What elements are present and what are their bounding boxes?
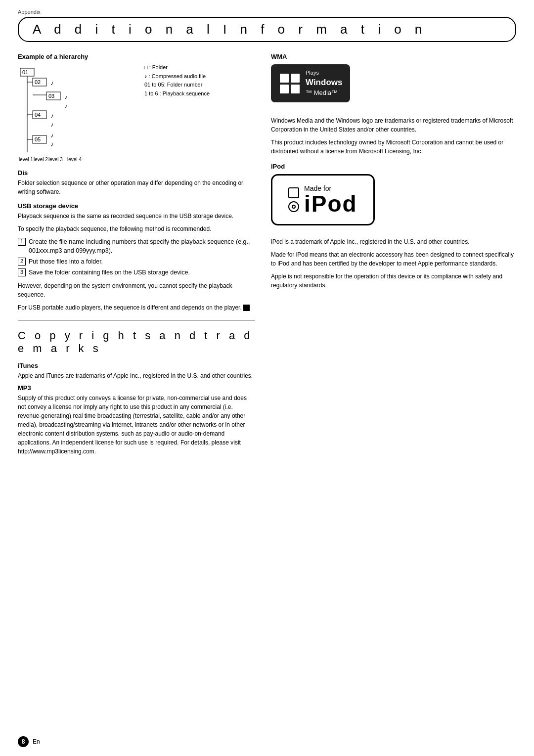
wma-section: WMA Plays Windows (271, 53, 516, 156)
svg-text:05: 05 (35, 136, 41, 142)
wma-badge-text: Plays Windows ™ Media™ (306, 69, 342, 97)
main-columns: Example of a hierarchy 01 02 (18, 53, 516, 460)
mp3-heading: MP3 (18, 384, 255, 392)
svg-text:01: 01 (22, 69, 28, 75)
legend-folder-num: 01 to 05: Folder number (144, 81, 210, 89)
stop-icon (243, 305, 250, 311)
left-column: Example of a hierarchy 01 02 (18, 53, 255, 460)
itunes-body: Apple and iTunes are trademarks of Apple… (18, 371, 255, 380)
folder-icon-text: □ (144, 64, 148, 70)
svg-text:♪: ♪ (50, 79, 54, 87)
ipod-badge-text-group: Made for iPod (304, 184, 357, 215)
footer-left: 8 En (18, 736, 40, 747)
ds-section: Dis Folder selection sequence or other o… (18, 169, 255, 196)
svg-rect-29 (291, 85, 300, 93)
usb-step-2: 2 Put those files into a folder. (18, 257, 255, 266)
svg-text:♪: ♪ (50, 140, 54, 148)
usb-step-3: 3 Save the folder containing files on th… (18, 268, 255, 277)
right-column: WMA Plays Windows (271, 53, 516, 460)
usb-section: USB storage device Playback sequence is … (18, 202, 255, 312)
hierarchy-tree-svg: 01 02 ♪ 03 ♪ (18, 63, 132, 162)
ipod-badge-inner: Made for iPod (288, 184, 357, 215)
itunes-heading: iTunes (18, 362, 255, 369)
ipod-body1: iPod is a trademark of Apple Inc., regis… (271, 237, 516, 246)
usb-intro: Playback sequence is the same as recorde… (18, 212, 255, 221)
ipod-badge-wrapper: Made for iPod (271, 174, 516, 231)
usb-step-1: 1 Create the file name including numbers… (18, 237, 255, 255)
ipod-body2: Made for iPod means that an electronic a… (271, 250, 516, 268)
footer-page-badge: 8 (18, 736, 29, 747)
svg-text:level 1: level 1 (19, 157, 33, 162)
divider (18, 320, 255, 320)
copyright-section: C o p y r i g h t s a n d t r a d e m a … (18, 329, 255, 456)
svg-text:04: 04 (35, 112, 41, 118)
usb-steps: 1 Create the file name including numbers… (18, 237, 255, 277)
svg-text:♪: ♪ (64, 93, 68, 100)
copyright-heading: C o p y r i g h t s a n d t r a d e m a … (18, 329, 255, 355)
wma-media: ™ Media™ (306, 89, 342, 97)
wma-windows: Windows (306, 77, 342, 89)
hierarchy-section: Example of a hierarchy 01 02 (18, 53, 255, 162)
wma-body2: This product includes technology owned b… (271, 138, 516, 156)
wma-plays: Plays (306, 69, 342, 77)
tm-icon: ™ (306, 89, 312, 96)
ipod-square-icon (288, 187, 299, 198)
legend-compressed: ♪ : Compressed audio file (144, 72, 210, 81)
svg-rect-26 (280, 74, 289, 83)
windows-flag-icon (279, 73, 301, 94)
legend-playback: 1 to 6 : Playback sequence (144, 89, 210, 98)
usb-step-1-text: Create the file name including numbers t… (29, 237, 255, 255)
footer-bar: 8 En (18, 736, 516, 747)
ipod-section: iPod Made for (271, 163, 516, 290)
wma-body1: Windows Media and the Windows logo are t… (271, 116, 516, 134)
svg-text:level 3: level 3 (48, 157, 63, 162)
mp3-body: Supply of this product only conveys a li… (18, 394, 255, 456)
wma-badge: Plays Windows ™ Media™ (271, 64, 350, 102)
usb-step-3-text: Save the folder containing files on the … (29, 268, 190, 277)
appendix-label: Appendix (18, 9, 516, 15)
wma-heading: WMA (271, 53, 516, 60)
itunes-section: iTunes Apple and iTunes are trademarks o… (18, 362, 255, 380)
ipod-badge-icons (288, 187, 299, 212)
hierarchy-heading: Example of a hierarchy (18, 53, 255, 60)
ipod-body3: Apple is not responsible for the operati… (271, 272, 516, 290)
ipod-badge: Made for iPod (271, 174, 375, 225)
page-title: A d d i t i o n a l I n f o r m a t i o … (33, 22, 427, 37)
legend-folder: □ : Folder (144, 63, 210, 72)
ipod-brand: iPod (304, 192, 357, 215)
usb-method: To specify the playback sequence, the fo… (18, 224, 255, 233)
note-icon-text: ♪ (144, 73, 147, 79)
page: Appendix A d d i t i o n a l I n f o r m… (0, 0, 534, 756)
usb-note2: For USB portable audio players, the sequ… (18, 303, 255, 312)
ds-heading: Dis (18, 169, 255, 177)
hierarchy-legend: □ : Folder ♪ : Compressed audio file 01 … (144, 63, 210, 98)
ipod-circle-inner (292, 205, 296, 209)
mp3-section: MP3 Supply of this product only conveys … (18, 384, 255, 456)
usb-heading: USB storage device (18, 202, 255, 210)
svg-rect-27 (291, 74, 300, 83)
ds-body: Folder selection sequence or other opera… (18, 178, 255, 196)
svg-text:03: 03 (48, 93, 54, 99)
svg-text:level 2: level 2 (34, 157, 48, 162)
usb-step-2-text: Put those files into a folder. (29, 257, 103, 266)
hierarchy-diagram-area: 01 02 ♪ 03 ♪ (18, 63, 255, 162)
page-title-bar: A d d i t i o n a l I n f o r m a t i o … (18, 17, 516, 42)
ipod-heading: iPod (271, 163, 516, 170)
svg-text:♪: ♪ (50, 132, 54, 139)
ipod-circle-icon (288, 201, 299, 212)
svg-text:level 4: level 4 (67, 157, 82, 162)
step-num-1: 1 (18, 238, 26, 246)
usb-note1: However, depending on the system environ… (18, 281, 255, 299)
svg-text:♪: ♪ (50, 112, 54, 119)
svg-rect-28 (280, 85, 289, 93)
wma-badge-container: Plays Windows ™ Media™ (271, 64, 516, 109)
svg-text:♪: ♪ (50, 121, 54, 128)
svg-text:02: 02 (35, 79, 41, 85)
step-num-2: 2 (18, 258, 26, 266)
svg-text:♪: ♪ (64, 102, 68, 109)
footer-lang: En (33, 738, 40, 745)
step-num-3: 3 (18, 268, 26, 276)
